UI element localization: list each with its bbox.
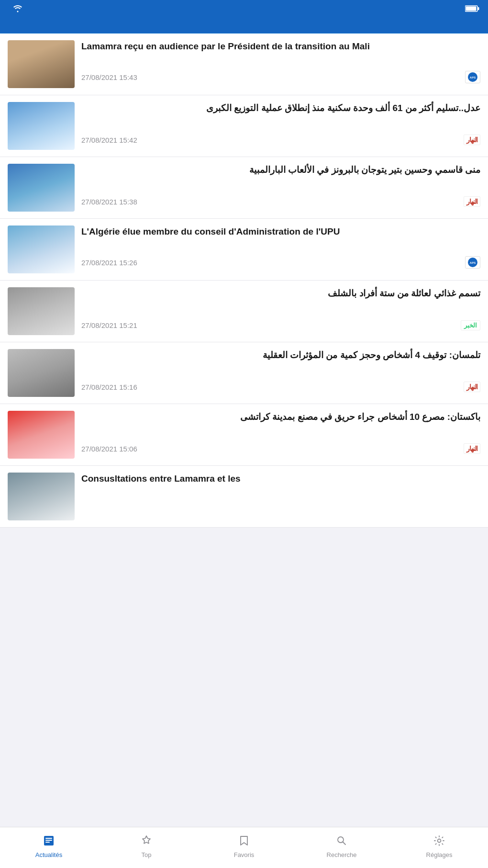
nav-favoris-label: Favoris: [234, 851, 255, 858]
news-title: Consusltations entre Lamamra et les: [81, 473, 480, 485]
source-aps-badge: APS: [465, 256, 480, 269]
wifi-icon: [12, 5, 23, 15]
battery-icon: [465, 5, 479, 15]
news-content: تلمسان: توقيف 4 أشخاص وحجز كمية من المؤث…: [81, 349, 480, 392]
nav-actualites[interactable]: Actualités: [0, 832, 98, 858]
svg-rect-9: [45, 840, 52, 841]
news-content: Consusltations entre Lamamra et les: [81, 473, 480, 516]
news-date: 27/08/2021 15:21: [81, 321, 137, 329]
svg-rect-2: [466, 7, 477, 11]
news-source: النهار: [464, 196, 480, 207]
news-title: عدل..تسليم أكثر من 61 ألف وحدة سكنية منذ…: [81, 102, 480, 114]
news-date: 27/08/2021 15:43: [81, 73, 137, 81]
status-bar: [0, 0, 488, 18]
svg-rect-1: [478, 7, 479, 10]
svg-rect-8: [45, 838, 52, 839]
news-date: 27/08/2021 15:06: [81, 445, 137, 453]
news-thumbnail: [8, 102, 75, 150]
news-thumbnail: [8, 164, 75, 212]
news-title: L'Algérie élue membre du conseil d'Admin…: [81, 225, 480, 238]
news-thumbnail: [8, 349, 75, 397]
news-title: تلمسان: توقيف 4 أشخاص وحجز كمية من المؤث…: [81, 349, 480, 361]
news-item[interactable]: منى قاسمي وحسين بتير يتوجان بالبرونز في …: [0, 157, 488, 219]
news-item[interactable]: عدل..تسليم أكثر من 61 ألف وحدة سكنية منذ…: [0, 95, 488, 157]
aps-logo-circle: APS: [468, 258, 477, 267]
news-source: النهار: [464, 382, 480, 392]
source-ennahar-badge: النهار: [464, 382, 480, 392]
source-ennahar-badge: النهار: [464, 443, 480, 454]
news-meta: 27/08/2021 15:06 النهار: [81, 443, 480, 454]
news-content: منى قاسمي وحسين بتير يتوجان بالبرونز في …: [81, 164, 480, 207]
news-item[interactable]: باكستان: مصرع 10 أشخاص جراء حريق في مصنع…: [0, 404, 488, 466]
news-source: النهار: [464, 443, 480, 454]
bookmark-icon: [235, 832, 253, 849]
svg-rect-10: [45, 842, 50, 843]
svg-line-12: [343, 842, 346, 845]
news-item[interactable]: Lamamra reçu en audience par le Présiden…: [0, 34, 488, 95]
nav-top[interactable]: Top: [98, 832, 195, 858]
svg-point-13: [438, 839, 441, 843]
news-item[interactable]: L'Algérie élue membre du conseil d'Admin…: [0, 219, 488, 281]
news-item[interactable]: تسمم غذائي لعائلة من ستة أفراد بالشلف 27…: [0, 281, 488, 342]
news-item[interactable]: تلمسان: توقيف 4 أشخاص وحجز كمية من المؤث…: [0, 342, 488, 404]
news-source: APS: [465, 71, 480, 83]
news-thumbnail: [8, 225, 75, 273]
nav-recherche[interactable]: Recherche: [293, 832, 390, 858]
news-content: تسمم غذائي لعائلة من ستة أفراد بالشلف 27…: [81, 287, 480, 330]
news-content: باكستان: مصرع 10 أشخاص جراء حريق في مصنع…: [81, 411, 480, 454]
news-date: 27/08/2021 15:38: [81, 198, 137, 206]
news-thumbnail: [8, 40, 75, 88]
news-title: منى قاسمي وحسين بتير يتوجان بالبرونز في …: [81, 164, 480, 176]
nav-reglages[interactable]: Réglages: [390, 832, 488, 858]
gear-icon: [431, 832, 448, 849]
news-source: الخبر: [461, 320, 480, 330]
svg-text:APS: APS: [470, 261, 476, 264]
news-source: APS: [465, 256, 480, 269]
news-meta: 27/08/2021 15:38 النهار: [81, 196, 480, 207]
news-content: L'Algérie élue membre du conseil d'Admin…: [81, 225, 480, 269]
source-ennahar-badge: النهار: [464, 135, 480, 145]
search-icon: [333, 832, 350, 849]
status-left: [9, 5, 23, 15]
news-source: النهار: [464, 135, 480, 145]
nav-top-label: Top: [142, 851, 152, 858]
news-meta: 27/08/2021 15:16 النهار: [81, 382, 480, 392]
news-meta: 27/08/2021 15:26 APS: [81, 256, 480, 269]
news-content: عدل..تسليم أكثر من 61 ألف وحدة سكنية منذ…: [81, 102, 480, 145]
news-title: تسمم غذائي لعائلة من ستة أفراد بالشلف: [81, 287, 480, 300]
status-right: [465, 5, 479, 15]
nav-recherche-label: Recherche: [327, 851, 357, 858]
nav-favoris[interactable]: Favoris: [195, 832, 293, 858]
news-content: Lamamra reçu en audience par le Présiden…: [81, 40, 480, 83]
news-thumbnail: [8, 287, 75, 335]
nav-reglages-label: Réglages: [426, 851, 453, 858]
nav-actualites-label: Actualités: [35, 851, 62, 858]
news-icon: [40, 832, 57, 849]
news-item[interactable]: Consusltations entre Lamamra et les: [0, 466, 488, 528]
news-thumbnail: [8, 411, 75, 459]
news-title: باكستان: مصرع 10 أشخاص جراء حريق في مصنع…: [81, 411, 480, 423]
source-ennahar-badge: النهار: [464, 196, 480, 207]
page-header: [0, 18, 488, 34]
news-meta: 27/08/2021 15:43 APS: [81, 71, 480, 83]
news-date: 27/08/2021 15:42: [81, 136, 137, 144]
source-aps-badge: APS: [465, 71, 480, 83]
aps-logo-circle: APS: [468, 72, 477, 82]
bottom-navigation: Actualités Top Favoris Recherche: [0, 827, 488, 868]
news-date: 27/08/2021 15:16: [81, 383, 137, 391]
news-list: Lamamra reçu en audience par le Présiden…: [0, 34, 488, 528]
news-date: 27/08/2021 15:26: [81, 259, 137, 267]
news-title: Lamamra reçu en audience par le Présiden…: [81, 40, 480, 53]
news-meta: 27/08/2021 15:21 الخبر: [81, 320, 480, 330]
source-elkhabar-badge: الخبر: [461, 320, 480, 330]
svg-text:APS: APS: [470, 76, 476, 79]
news-thumbnail: [8, 473, 75, 520]
news-meta: 27/08/2021 15:42 النهار: [81, 135, 480, 145]
star-icon: [138, 832, 155, 849]
